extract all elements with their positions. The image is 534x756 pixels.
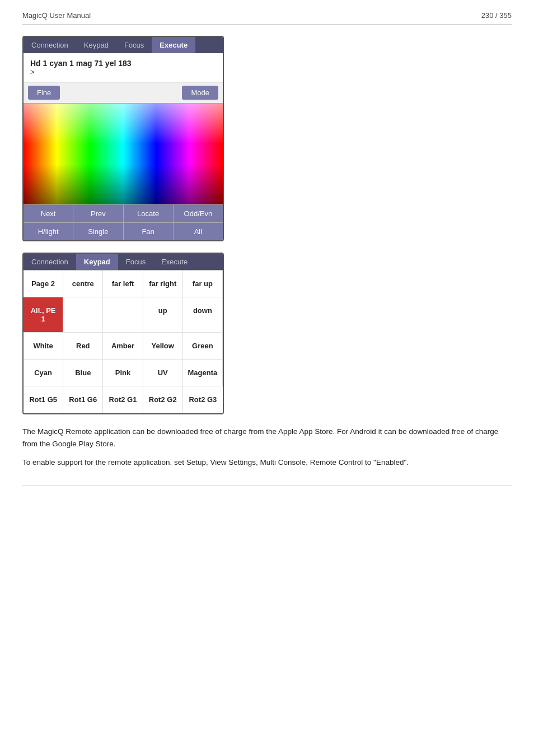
single-button[interactable]: Single xyxy=(73,223,123,240)
tab-keypad[interactable]: Keypad xyxy=(76,37,116,53)
keypad-tab-keypad[interactable]: Keypad xyxy=(76,254,118,270)
tab-focus[interactable]: Focus xyxy=(116,37,152,53)
display-line2: > xyxy=(30,68,216,76)
color-picker-overlay xyxy=(24,104,223,204)
keypad-cell-0-1[interactable]: centre xyxy=(63,270,103,297)
display-area: Hd 1 cyan 1 mag 71 yel 183 > xyxy=(24,53,223,82)
next-button[interactable]: Next xyxy=(24,205,73,222)
keypad-cell-3-2[interactable]: Pink xyxy=(103,360,143,386)
footer-divider xyxy=(22,486,512,491)
nav-row-1: Next Prev Locate Odd/Evn xyxy=(24,204,223,222)
body-paragraph-1: The MagicQ Remote application can be dow… xyxy=(22,426,512,450)
tab-execute[interactable]: Execute xyxy=(152,37,195,53)
keypad-tab-connection[interactable]: Connection xyxy=(24,254,76,270)
keypad-cell-2-1[interactable]: Red xyxy=(63,333,103,360)
highlight-button[interactable]: H/light xyxy=(24,223,73,240)
page-header: MagicQ User Manual 230 / 355 xyxy=(22,11,512,25)
keypad-cell-2-0[interactable]: White xyxy=(24,333,63,360)
keypad-cell-4-4[interactable]: Rot2 G3 xyxy=(183,386,223,413)
keypad-cell-1-1[interactable] xyxy=(63,297,103,333)
keypad-cell-2-2[interactable]: Amber xyxy=(103,333,143,360)
body-paragraph-2: To enable support for the remote applica… xyxy=(22,456,512,469)
keypad-cell-1-3[interactable]: up xyxy=(143,297,183,333)
mode-button[interactable]: Mode xyxy=(182,86,218,100)
fine-mode-row: Fine Mode xyxy=(24,82,223,104)
keypad-cell-4-1[interactable]: Rot1 G6 xyxy=(63,386,103,413)
keypad-cell-3-1[interactable]: Blue xyxy=(63,360,103,386)
page-wrapper: MagicQ User Manual 230 / 355 Connection … xyxy=(22,11,512,491)
keypad-cell-0-0[interactable]: Page 2 xyxy=(24,270,63,297)
page-number: 230 / 355 xyxy=(481,11,512,20)
keypad-cell-1-2[interactable] xyxy=(103,297,143,333)
keypad-grid: Page 2 centre far left far right far up … xyxy=(24,270,223,413)
fan-button[interactable]: Fan xyxy=(124,223,174,240)
keypad-cell-1-4[interactable]: down xyxy=(183,297,223,333)
focus-tab-bar: Connection Keypad Focus Execute xyxy=(24,37,223,53)
keypad-cell-0-3[interactable]: far right xyxy=(143,270,183,297)
nav-row-2: H/light Single Fan All xyxy=(24,222,223,240)
keypad-cell-3-0[interactable]: Cyan xyxy=(24,360,63,386)
all-button[interactable]: All xyxy=(174,223,223,240)
keypad-cell-4-0[interactable]: Rot1 G5 xyxy=(24,386,63,413)
odd-evn-button[interactable]: Odd/Evn xyxy=(174,205,223,222)
fine-button[interactable]: Fine xyxy=(28,86,60,100)
keypad-panel: Connection Keypad Focus Execute Page 2 c… xyxy=(22,253,224,414)
keypad-cell-0-2[interactable]: far left xyxy=(103,270,143,297)
color-picker[interactable] xyxy=(24,104,223,204)
tab-connection[interactable]: Connection xyxy=(24,37,76,53)
manual-title: MagicQ User Manual xyxy=(22,11,91,20)
keypad-tab-execute[interactable]: Execute xyxy=(153,254,195,270)
keypad-cell-1-0[interactable]: All., PE 1 xyxy=(24,297,63,333)
display-line1: Hd 1 cyan 1 mag 71 yel 183 xyxy=(30,59,216,68)
keypad-tab-bar: Connection Keypad Focus Execute xyxy=(24,254,223,270)
keypad-cell-3-3[interactable]: UV xyxy=(143,360,183,386)
keypad-cell-4-3[interactable]: Rot2 G2 xyxy=(143,386,183,413)
keypad-cell-0-4[interactable]: far up xyxy=(183,270,223,297)
locate-button[interactable]: Locate xyxy=(124,205,174,222)
focus-panel: Connection Keypad Focus Execute Hd 1 cya… xyxy=(22,36,224,241)
prev-button[interactable]: Prev xyxy=(73,205,123,222)
keypad-cell-3-4[interactable]: Magenta xyxy=(183,360,223,386)
keypad-tab-focus[interactable]: Focus xyxy=(118,254,153,270)
keypad-cell-2-4[interactable]: Green xyxy=(183,333,223,360)
keypad-cell-2-3[interactable]: Yellow xyxy=(143,333,183,360)
keypad-cell-4-2[interactable]: Rot2 G1 xyxy=(103,386,143,413)
